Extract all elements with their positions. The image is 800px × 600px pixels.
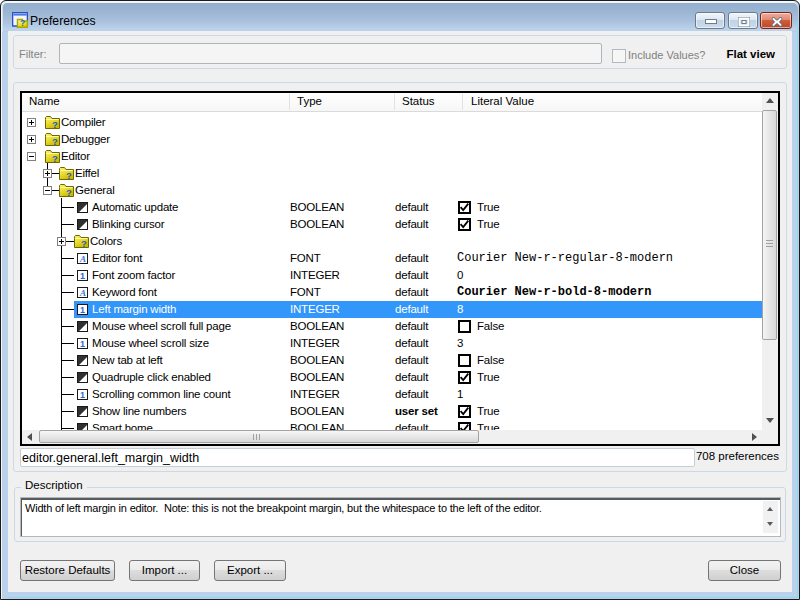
svg-text:?: ? <box>81 238 87 248</box>
svg-text:?: ? <box>66 187 72 197</box>
svg-text:1: 1 <box>80 271 85 281</box>
svg-text:?: ? <box>66 170 72 180</box>
svg-text:1: 1 <box>80 305 85 315</box>
svg-text:?: ? <box>20 18 25 28</box>
svg-text:1: 1 <box>80 390 85 400</box>
svg-text:?: ? <box>52 119 58 129</box>
svg-text:A: A <box>79 288 86 298</box>
svg-text:?: ? <box>52 136 58 146</box>
svg-text:1: 1 <box>80 339 85 349</box>
svg-text:?: ? <box>52 153 58 163</box>
svg-text:A: A <box>79 254 86 264</box>
